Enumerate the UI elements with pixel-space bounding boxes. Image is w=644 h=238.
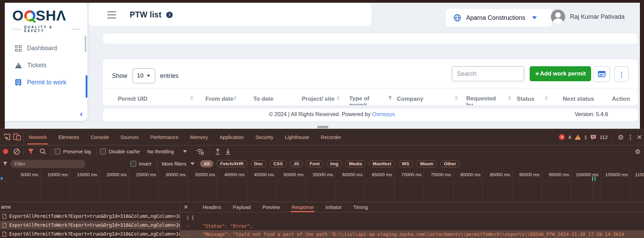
devtools-resize-handle[interactable] xyxy=(317,127,328,128)
details-tab-payload[interactable]: Payload xyxy=(233,202,251,212)
column-header-status[interactable]: Status xyxy=(517,93,534,105)
user-menu[interactable]: Raj Kumar Pativada xyxy=(551,10,625,24)
devtools-tab-network[interactable]: Network xyxy=(29,129,47,145)
devtools-close-icon[interactable]: ✕ xyxy=(637,134,642,141)
more-options-button[interactable]: ⋮ xyxy=(614,66,629,82)
details-tab-initiator[interactable]: Initiator xyxy=(326,202,342,212)
column-header-to-date[interactable]: To date xyxy=(253,93,273,105)
sort-icon[interactable] xyxy=(545,96,548,100)
resource-filter-wasm[interactable]: Wasm xyxy=(416,160,437,167)
request-row[interactable]: ExportAllPermitToWork?Export=true&OrgId=… xyxy=(0,221,180,229)
disable-cache-checkbox[interactable] xyxy=(100,149,106,154)
sort-icon[interactable] xyxy=(233,96,237,100)
sidebar-item-permit-to-work[interactable]: Permit to work xyxy=(5,74,87,91)
preserve-log-label[interactable]: Preserve log xyxy=(63,149,91,154)
column-header-permit-uid[interactable]: Permit UID xyxy=(118,93,147,105)
search-icon[interactable] xyxy=(40,148,46,155)
request-row[interactable]: ExportAllPermitToWork?Export=true&OrgId=… xyxy=(0,229,180,238)
column-header-next-status[interactable]: Next status xyxy=(563,93,594,105)
column-header-from-date[interactable]: From date xyxy=(205,93,233,105)
resource-filter-fetchxhr[interactable]: Fetch/XHR xyxy=(216,160,247,167)
resource-filter-ws[interactable]: WS xyxy=(398,160,413,167)
network-conditions-icon[interactable] xyxy=(196,148,205,155)
details-tab-headers[interactable]: Headers xyxy=(202,202,221,212)
devtools-resize-handle[interactable] xyxy=(317,126,328,127)
sort-icon[interactable] xyxy=(388,96,392,100)
devtools-tab-memory[interactable]: Memory xyxy=(190,129,208,145)
resource-filter-doc[interactable]: Doc xyxy=(251,160,267,167)
company-selector[interactable]: Aparna Constructions xyxy=(446,9,552,27)
inspect-element-icon[interactable] xyxy=(3,133,11,141)
console-message-count[interactable]: 112 xyxy=(600,134,608,140)
clear-icon[interactable] xyxy=(14,149,20,155)
sidebar-item-dashboard[interactable]: Dashboard xyxy=(5,40,87,57)
network-settings-icon[interactable]: ⚙ xyxy=(635,148,641,156)
devtools-tab-lighthouse[interactable]: Lighthouse xyxy=(285,129,309,145)
sort-icon[interactable] xyxy=(455,96,458,100)
import-har-icon[interactable] xyxy=(215,148,221,155)
devtools-tab-console[interactable]: Console xyxy=(91,129,109,145)
column-header-action[interactable]: Action xyxy=(612,93,630,105)
details-tab-response[interactable]: Response xyxy=(291,202,314,212)
kebab-icon: ⋮ xyxy=(618,70,625,78)
devtools-menu-icon[interactable]: ⋮ xyxy=(627,134,633,141)
resource-filter-img[interactable]: Img xyxy=(327,160,342,167)
info-icon[interactable]: i xyxy=(166,12,173,18)
invert-checkbox[interactable] xyxy=(130,161,136,167)
search-input[interactable] xyxy=(452,66,524,81)
devtools-tab-recorder[interactable]: Recorder xyxy=(321,129,341,145)
response-line[interactable]: - "Status": "Error", xyxy=(180,222,644,230)
record-icon[interactable] xyxy=(3,149,8,154)
warning-count[interactable]: 1 xyxy=(584,134,587,140)
column-header-requested-by[interactable]: Requested by xyxy=(466,93,500,105)
entries-select[interactable]: 10 xyxy=(132,68,155,83)
add-work-permit-button[interactable]: +Add work permit xyxy=(530,66,591,81)
response-line[interactable]: 1{ xyxy=(180,213,644,222)
devtools-tab-elements[interactable]: Elements xyxy=(58,129,79,145)
resource-filter-js[interactable]: JS xyxy=(290,160,303,167)
table-view-button[interactable] xyxy=(593,66,610,82)
error-count[interactable]: 4 xyxy=(568,134,571,140)
filter-funnel-icon[interactable] xyxy=(28,149,34,154)
resource-filter-media[interactable]: Media xyxy=(345,160,366,167)
name-column-header[interactable]: ame xyxy=(0,202,180,212)
invert-label[interactable]: Invert xyxy=(139,161,151,167)
settings-gear-icon[interactable]: ⚙ xyxy=(618,133,624,141)
disable-cache-label[interactable]: Disable cache xyxy=(109,149,140,154)
close-details-icon[interactable]: ✕ xyxy=(184,204,188,210)
osmosys-link[interactable]: Osmosys xyxy=(372,111,395,117)
warning-icon[interactable] xyxy=(575,135,581,140)
response-line[interactable]: - "Message": "Could not find a part of t… xyxy=(180,230,644,238)
column-header-type-of-permit[interactable]: Type of permit xyxy=(349,93,380,105)
throttling-select[interactable]: No throttling xyxy=(147,149,187,154)
column-header-company[interactable]: Company xyxy=(397,93,423,105)
details-tab-preview[interactable]: Preview xyxy=(262,202,280,212)
more-filters-dropdown[interactable]: More filters xyxy=(162,161,186,167)
error-icon[interactable]: ✕ xyxy=(559,134,565,140)
timeline-ruler[interactable]: 5000 ms10000 ms15000 ms20000 ms25000 ms3… xyxy=(0,170,644,182)
devtools-tab-performance[interactable]: Performance xyxy=(150,129,178,145)
column-header-project-site[interactable]: Project/ site xyxy=(302,93,334,105)
devtools-tab-sources[interactable]: Sources xyxy=(120,129,139,145)
sidebar-scrollbar[interactable] xyxy=(85,36,86,52)
sort-icon[interactable] xyxy=(337,96,340,100)
devtools-tab-security[interactable]: Security xyxy=(255,129,273,145)
resource-filter-other[interactable]: Other xyxy=(440,160,460,167)
sidebar-item-tickets[interactable]: Tickets xyxy=(5,57,87,74)
menu-icon[interactable] xyxy=(107,11,116,18)
resource-filter-manifest[interactable]: Manifest xyxy=(369,160,395,167)
export-har-icon[interactable] xyxy=(225,148,231,155)
device-toolbar-icon[interactable] xyxy=(13,133,21,141)
resource-filter-font[interactable]: Font xyxy=(306,160,323,167)
resource-filter-css[interactable]: CSS xyxy=(270,160,287,167)
devtools-tab-application[interactable]: Application xyxy=(219,129,244,145)
resource-filter-all[interactable]: All xyxy=(200,160,213,167)
sort-icon[interactable] xyxy=(508,96,511,100)
console-message-icon[interactable] xyxy=(590,135,596,140)
details-tab-timing[interactable]: Timing xyxy=(353,202,368,212)
preserve-log-checkbox[interactable] xyxy=(55,149,60,154)
request-row[interactable]: ExportAllPermitToWork?Export=true&OrgId=… xyxy=(0,212,180,221)
sort-icon[interactable] xyxy=(190,96,194,100)
sidebar-collapse-icon[interactable]: ‹ xyxy=(80,109,83,119)
filter-input[interactable] xyxy=(10,160,85,168)
